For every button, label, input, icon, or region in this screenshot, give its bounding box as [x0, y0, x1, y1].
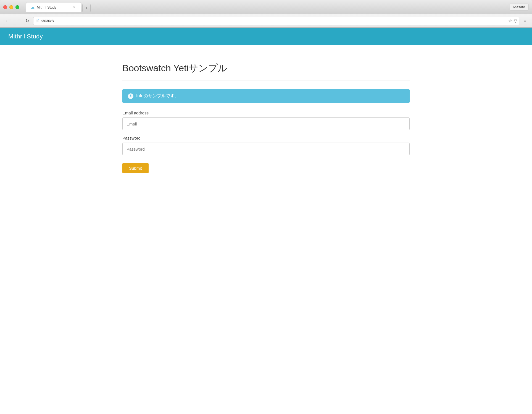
close-button[interactable]	[3, 5, 7, 9]
tab-bar: ☁ Mithril Study × +	[26, 2, 510, 12]
user-name-label: Masato	[510, 4, 529, 11]
alert-text: Infoのサンプルです。	[136, 93, 179, 99]
browser-chrome: ☁ Mithril Study × + Masato ← → ↻ 📄 ☆ ▽ ≡	[0, 0, 532, 414]
new-tab-button[interactable]: +	[82, 4, 91, 12]
alert-info-icon: ℹ	[128, 93, 133, 99]
minimize-button[interactable]	[9, 5, 13, 9]
alert-info: ℹ Infoのサンプルです。	[122, 89, 410, 103]
back-button[interactable]: ←	[3, 17, 11, 25]
address-bar-container: 📄 ☆ ▽	[33, 17, 519, 25]
password-label: Password	[122, 136, 410, 140]
maximize-button[interactable]	[15, 5, 19, 9]
active-tab[interactable]: ☁ Mithril Study ×	[26, 2, 81, 12]
navbar: Mithril Study	[0, 28, 532, 45]
tab-cloud-icon: ☁	[31, 5, 35, 9]
password-input[interactable]	[122, 143, 410, 155]
page-icon: 📄	[35, 19, 39, 23]
star-icon[interactable]: ☆	[508, 18, 512, 23]
page-content: Mithril Study Bootswatch Yetiサンプル ℹ Info…	[0, 28, 532, 414]
submit-button[interactable]: Submit	[122, 163, 149, 173]
email-label: Email address	[122, 111, 410, 115]
password-form-group: Password	[122, 136, 410, 155]
browser-titlebar: ☁ Mithril Study × + Masato	[0, 0, 532, 14]
menu-icon[interactable]: ≡	[522, 17, 529, 25]
traffic-lights	[3, 5, 19, 9]
page-heading: Bootswatch Yetiサンプル	[122, 62, 410, 75]
email-form-group: Email address	[122, 111, 410, 130]
email-input[interactable]	[122, 117, 410, 130]
forward-button[interactable]: →	[13, 17, 21, 25]
main-content: Bootswatch Yetiサンプル ℹ Infoのサンプルです。 Email…	[114, 45, 418, 182]
tab-title: Mithril Study	[37, 5, 57, 9]
pocket-icon[interactable]: ▽	[514, 18, 517, 23]
login-form: Email address Password Submit	[122, 111, 410, 173]
reload-button[interactable]: ↻	[23, 17, 31, 25]
address-bar-input[interactable]	[33, 17, 519, 25]
tab-close-button[interactable]: ×	[72, 5, 77, 9]
navbar-brand: Mithril Study	[8, 33, 43, 40]
divider	[122, 80, 410, 80]
toolbar-actions: ≡	[522, 17, 529, 25]
address-bar-actions: ☆ ▽	[508, 18, 517, 23]
browser-toolbar: ← → ↻ 📄 ☆ ▽ ≡	[0, 14, 532, 28]
